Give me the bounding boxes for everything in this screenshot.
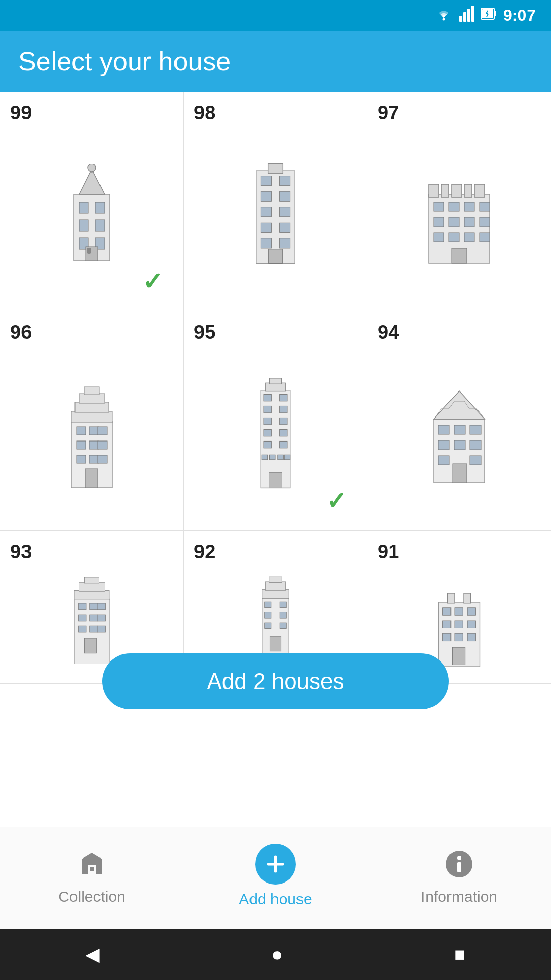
svg-rect-137 <box>455 621 463 628</box>
header: Select your house <box>0 31 551 92</box>
svg-rect-63 <box>89 441 98 449</box>
page-title: Select your house <box>18 46 231 77</box>
svg-rect-47 <box>464 217 474 227</box>
svg-rect-51 <box>464 233 474 242</box>
house-number-98: 98 <box>194 102 215 124</box>
svg-rect-26 <box>261 191 271 201</box>
recents-button[interactable]: ■ <box>454 944 465 965</box>
svg-rect-46 <box>449 217 459 227</box>
houses-grid: 99 <box>0 92 551 684</box>
house-number-94: 94 <box>378 322 399 344</box>
house-cell-99[interactable]: 99 <box>0 92 184 311</box>
svg-rect-122 <box>269 577 282 582</box>
svg-rect-103 <box>470 456 481 465</box>
svg-rect-140 <box>455 633 463 641</box>
house-number-99: 99 <box>10 102 32 124</box>
svg-rect-39 <box>464 184 472 197</box>
nav-collection[interactable]: Collection <box>0 846 184 905</box>
svg-rect-3 <box>467 9 470 22</box>
svg-rect-25 <box>279 176 290 186</box>
svg-rect-2 <box>463 12 466 22</box>
nav-add-house[interactable]: Add house <box>184 844 367 908</box>
add-house-icon <box>255 844 296 885</box>
svg-rect-112 <box>78 615 86 621</box>
svg-rect-61 <box>98 427 107 435</box>
svg-rect-59 <box>77 427 86 435</box>
svg-rect-86 <box>269 473 282 488</box>
svg-rect-104 <box>453 464 467 483</box>
house-number-97: 97 <box>378 102 399 124</box>
svg-rect-16 <box>79 220 88 231</box>
house-cell-95[interactable]: 95 <box>184 311 367 531</box>
information-icon <box>441 846 477 882</box>
svg-rect-67 <box>98 455 107 463</box>
house-cell-98[interactable]: 98 <box>184 92 367 311</box>
information-nav-label: Information <box>421 888 497 905</box>
svg-rect-45 <box>434 217 444 227</box>
svg-rect-81 <box>279 441 287 448</box>
svg-rect-82 <box>262 455 268 460</box>
svg-rect-150 <box>457 862 461 872</box>
svg-rect-101 <box>470 440 481 450</box>
svg-rect-40 <box>474 184 485 197</box>
svg-rect-62 <box>77 441 86 449</box>
svg-rect-36 <box>429 184 439 197</box>
house-number-96: 96 <box>10 322 32 344</box>
house-cell-96[interactable]: 96 <box>0 311 184 531</box>
selected-checkmark-99: ✓ <box>142 267 163 296</box>
svg-rect-132 <box>464 593 471 603</box>
svg-rect-77 <box>279 418 287 424</box>
svg-rect-139 <box>443 633 451 641</box>
svg-rect-110 <box>89 603 97 610</box>
back-button[interactable]: ◀ <box>86 944 100 965</box>
svg-rect-17 <box>95 220 105 231</box>
svg-rect-121 <box>265 582 285 590</box>
svg-rect-116 <box>89 626 97 632</box>
nav-information[interactable]: Information <box>367 846 551 905</box>
svg-point-0 <box>442 18 445 20</box>
svg-rect-73 <box>279 394 287 401</box>
svg-rect-124 <box>280 602 286 607</box>
svg-rect-41 <box>434 202 444 211</box>
house-cell-94[interactable]: 94 <box>367 311 551 531</box>
svg-rect-84 <box>277 455 283 460</box>
house-cell-97[interactable]: 97 <box>367 92 551 311</box>
svg-rect-106 <box>74 591 109 600</box>
svg-rect-115 <box>78 626 86 632</box>
svg-rect-142 <box>453 647 465 665</box>
svg-rect-145 <box>92 867 94 871</box>
svg-rect-53 <box>452 248 467 263</box>
house-image-96 <box>10 349 173 520</box>
bottom-nav: Collection Add house Information <box>0 827 551 929</box>
svg-rect-66 <box>89 455 98 463</box>
house-number-92: 92 <box>194 541 215 563</box>
svg-marker-88 <box>434 391 485 419</box>
add-button-container: Add 2 houses <box>102 653 449 709</box>
home-button[interactable]: ● <box>271 944 283 965</box>
svg-rect-113 <box>89 615 97 621</box>
svg-rect-60 <box>89 427 98 435</box>
svg-rect-114 <box>97 615 105 621</box>
svg-rect-99 <box>438 440 449 450</box>
svg-marker-12 <box>79 169 105 194</box>
svg-rect-102 <box>438 456 449 465</box>
svg-rect-37 <box>441 184 449 197</box>
battery-icon <box>481 7 497 24</box>
collection-nav-label: Collection <box>58 888 126 905</box>
svg-rect-43 <box>464 202 474 211</box>
svg-rect-111 <box>97 603 105 610</box>
svg-rect-24 <box>261 176 271 186</box>
svg-rect-58 <box>84 387 99 395</box>
svg-point-13 <box>88 164 96 172</box>
add-houses-button[interactable]: Add 2 houses <box>102 653 449 709</box>
house-number-95: 95 <box>194 322 215 344</box>
svg-rect-138 <box>467 621 475 628</box>
svg-rect-30 <box>261 223 271 232</box>
svg-rect-56 <box>75 402 109 412</box>
svg-rect-128 <box>280 623 286 628</box>
svg-rect-109 <box>78 603 86 610</box>
svg-rect-134 <box>455 608 463 615</box>
svg-rect-32 <box>261 238 271 248</box>
svg-rect-80 <box>264 441 271 448</box>
signal-icon <box>459 6 474 26</box>
